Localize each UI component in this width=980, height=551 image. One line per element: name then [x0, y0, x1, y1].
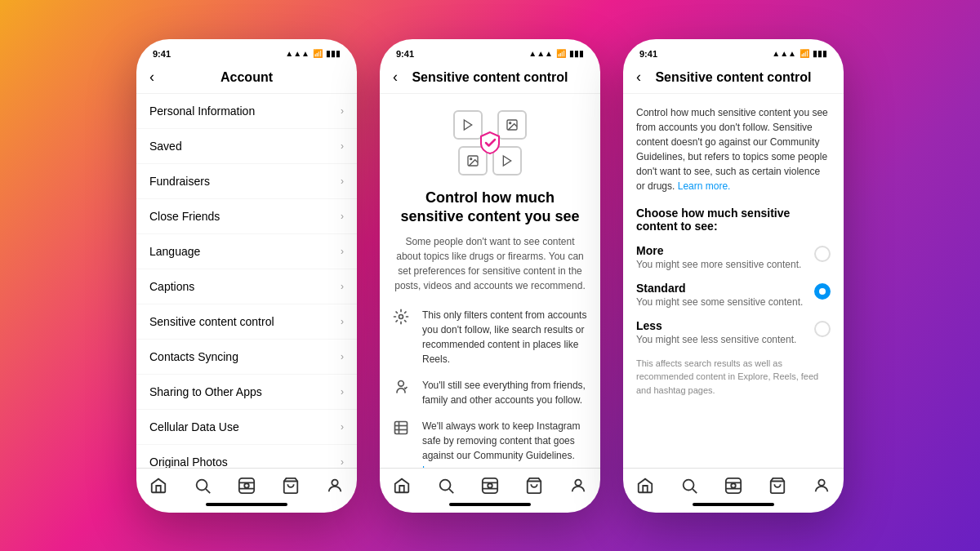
tab-search-3[interactable] [680, 477, 698, 495]
nav-header-2: ‹ Sensitive content control [380, 65, 600, 94]
radio-circle-less[interactable] [814, 321, 831, 337]
tab-reels-2[interactable] [481, 477, 499, 495]
svg-point-12 [470, 158, 472, 159]
back-button-3[interactable]: ‹ [636, 69, 641, 86]
chevron-icon: › [341, 351, 344, 362]
menu-item-label: Contacts Syncing [149, 350, 238, 363]
tab-search-1[interactable] [194, 477, 212, 495]
wifi-icon: 📶 [313, 49, 323, 58]
radio-circle-more[interactable] [814, 246, 831, 262]
tab-home-3[interactable] [636, 477, 654, 495]
feature-row-3: We'll always work to keep Instagram safe… [393, 419, 587, 467]
content-3: Control how much sensitive content you s… [623, 94, 844, 468]
svg-marker-13 [503, 156, 510, 166]
chevron-icon: › [341, 211, 344, 222]
svg-point-35 [818, 479, 824, 485]
tab-shop-2[interactable] [525, 477, 543, 495]
menu-item[interactable]: Personal Information› [136, 94, 357, 129]
radio-option-standard[interactable]: Standard You might see some sensitive co… [636, 282, 831, 308]
tab-search-2[interactable] [437, 477, 455, 495]
menu-item[interactable]: Close Friends› [136, 199, 357, 234]
menu-item-label: Cellular Data Use [149, 420, 239, 433]
radio-sublabel-less: You might see less sensitive content. [636, 334, 796, 345]
page-title-2: Sensitive content control [412, 70, 568, 85]
menu-item-label: Personal Information [149, 104, 255, 118]
tab-bar-1 [136, 468, 357, 500]
tab-profile-3[interactable] [813, 477, 831, 495]
menu-list-1: Personal Information›Saved›Fundraisers›C… [136, 94, 357, 468]
back-button-2[interactable]: ‹ [393, 69, 398, 86]
radio-label-less: Less [636, 319, 796, 332]
battery-icon-3: ▮▮▮ [813, 49, 827, 58]
tab-profile-1[interactable] [326, 477, 344, 495]
signal-icon-3: ▲▲▲ [772, 49, 796, 58]
status-bar-1: 9:41 ▲▲▲ 📶 ▮▮▮ [136, 39, 357, 65]
tab-profile-2[interactable] [569, 477, 587, 495]
chevron-icon: › [341, 421, 344, 433]
wifi-icon-3: 📶 [800, 49, 809, 58]
svg-line-29 [693, 489, 697, 493]
tab-shop-3[interactable] [768, 477, 786, 495]
tab-reels-1[interactable] [238, 477, 256, 495]
svg-point-7 [332, 479, 337, 485]
menu-item[interactable]: Captions› [136, 269, 357, 304]
phone-2: 9:41 ▲▲▲ 📶 ▮▮▮ ‹ Sensitive content contr… [380, 39, 600, 513]
radio-circle-standard[interactable] [814, 283, 831, 300]
time-1: 9:41 [153, 49, 171, 59]
svg-rect-2 [239, 478, 254, 492]
menu-item[interactable]: Cellular Data Use› [136, 410, 357, 445]
svg-rect-30 [726, 478, 741, 492]
learn-more-link-settings[interactable]: Learn more. [678, 180, 731, 192]
menu-item-label: Captions [149, 280, 194, 293]
svg-point-3 [244, 483, 249, 488]
menu-item-label: Language [149, 245, 200, 258]
svg-line-1 [206, 489, 210, 493]
sensitive-intro: Control how much sensitive content you s… [380, 94, 600, 468]
radio-sublabel-standard: You might see some sensitive content. [636, 296, 803, 308]
feature-text-1: This only filters content from accounts … [422, 308, 587, 367]
menu-item-label: Original Photos [149, 455, 228, 468]
feature-row-2: You'll still see everything from friends… [393, 378, 587, 407]
menu-item[interactable]: Sensitive content control› [136, 304, 357, 340]
svg-point-23 [488, 483, 492, 488]
svg-point-15 [399, 381, 404, 387]
filter-icon [393, 309, 412, 325]
radio-option-less[interactable]: Less You might see less sensitive conten… [636, 319, 831, 345]
chevron-icon: › [341, 316, 344, 327]
shield-overlay-icon [478, 131, 502, 155]
tab-shop-1[interactable] [282, 477, 300, 495]
svg-point-20 [440, 479, 451, 490]
menu-item[interactable]: Original Photos› [136, 445, 357, 468]
nav-header-3: ‹ Sensitive content control [623, 65, 844, 94]
wifi-icon-2: 📶 [556, 49, 566, 58]
svg-marker-8 [464, 120, 471, 130]
tab-bar-3 [623, 468, 844, 500]
back-button-1[interactable]: ‹ [149, 69, 154, 86]
settings-footer-note: This affects search results as well as r… [636, 357, 831, 398]
menu-item-label: Saved [149, 140, 182, 153]
home-indicator-3 [623, 500, 844, 513]
radio-option-more[interactable]: More You might see more sensitive conten… [636, 244, 831, 270]
battery-icon-2: ▮▮▮ [569, 49, 584, 58]
radio-label-standard: Standard [636, 282, 803, 295]
menu-item-label: Sensitive content control [149, 315, 274, 328]
tab-reels-3[interactable] [724, 477, 742, 495]
page-title-3: Sensitive content control [655, 70, 811, 85]
menu-item[interactable]: Language› [136, 234, 357, 269]
status-icons-2: ▲▲▲ 📶 ▮▮▮ [528, 49, 584, 58]
chevron-icon: › [341, 386, 344, 398]
tab-home-2[interactable] [393, 477, 411, 495]
status-icons-1: ▲▲▲ 📶 ▮▮▮ [285, 49, 341, 58]
menu-item[interactable]: Fundraisers› [136, 164, 357, 199]
menu-item[interactable]: Sharing to Other Apps› [136, 375, 357, 410]
menu-item[interactable]: Contacts Syncing› [136, 340, 357, 375]
svg-point-10 [510, 122, 511, 123]
svg-point-31 [731, 483, 736, 488]
chevron-icon: › [341, 105, 344, 117]
settings-content: Control how much sensitive content you s… [623, 94, 844, 409]
menu-item-label: Fundraisers [149, 175, 210, 188]
menu-item[interactable]: Saved› [136, 129, 357, 164]
tab-home-1[interactable] [149, 477, 167, 495]
status-bar-3: 9:41 ▲▲▲ 📶 ▮▮▮ [623, 39, 844, 65]
svg-rect-16 [395, 422, 408, 434]
